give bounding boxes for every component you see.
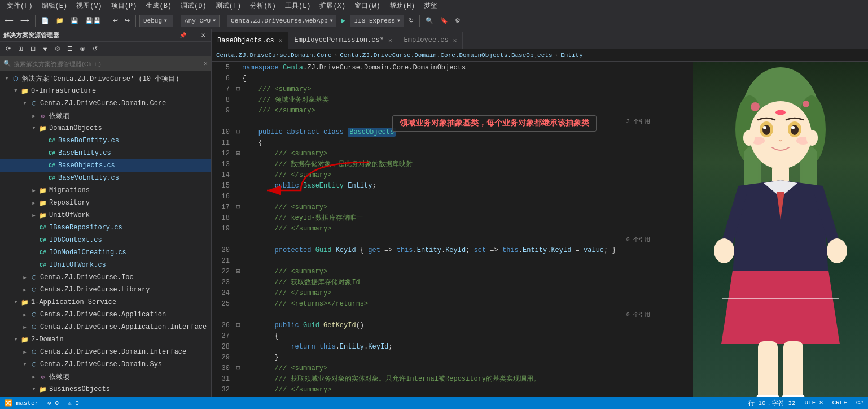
solution-root-item[interactable]: ▼ ⬡ 解决方案'Centa.ZJ.DriveCurse' (10 个项目) xyxy=(0,72,211,85)
fold-26[interactable]: ⊟ xyxy=(234,320,242,331)
menu-help[interactable]: 帮助(H) xyxy=(385,0,420,12)
bottom-errors[interactable]: ⊗ 0 xyxy=(47,399,59,407)
solution-expand-icon[interactable]: ▼ xyxy=(2,74,11,83)
se-refresh-btn[interactable]: ↺ xyxy=(89,43,100,55)
fold-10[interactable]: ⊟ xyxy=(234,127,242,138)
se-view-btn[interactable]: ☰ xyxy=(64,43,76,55)
domain-core-project[interactable]: ▼ ⬡ Centa.ZJ.DriveCurse.Domain.Core xyxy=(0,97,211,110)
migrations-expand[interactable]: ▶ xyxy=(29,186,38,195)
vertical-scrollbar[interactable] xyxy=(860,62,868,397)
se-sync-btn[interactable]: ⟳ xyxy=(2,43,14,55)
unitofwork-expand[interactable]: ▶ xyxy=(29,211,38,220)
migrations-folder[interactable]: ▶ 📁 Migrations xyxy=(0,184,211,197)
domain-interface-expand[interactable]: ▶ xyxy=(20,347,29,356)
menu-project[interactable]: 项目(P) xyxy=(107,0,142,12)
deps2-expand[interactable]: ▶ xyxy=(29,372,38,381)
domain-expand[interactable]: ▼ xyxy=(11,335,20,344)
se-preview-btn[interactable]: 👁 xyxy=(77,43,88,55)
appservice-expand[interactable]: ▼ xyxy=(11,298,20,307)
menu-file[interactable]: 文件(F) xyxy=(2,0,37,12)
app-expand[interactable]: ▶ xyxy=(20,310,29,319)
menu-view[interactable]: 视图(V) xyxy=(72,0,107,12)
app-project[interactable]: ▶ ⬡ Centa.ZJ.DriveCurse.Application xyxy=(0,308,211,321)
tab-employeeperm[interactable]: EmployeePermission.cs* ✕ xyxy=(288,32,398,49)
breadcrumb-ns[interactable]: Centa.ZJ.DriveCurse.Domain.Core xyxy=(216,52,332,59)
se-expand-btn[interactable]: ⊞ xyxy=(15,43,26,55)
toolbar-misc3[interactable]: ⚙ xyxy=(453,14,463,28)
baseentity-file[interactable]: C# BaseEntity.cs xyxy=(0,147,211,159)
debug-config-dropdown[interactable]: Debug ▼ xyxy=(139,15,173,27)
menu-tools[interactable]: 工具(L) xyxy=(280,0,315,12)
se-props-btn[interactable]: ⚙ xyxy=(52,43,63,55)
panel-collapse-btn[interactable]: — xyxy=(188,31,198,40)
bizobjs-folder[interactable]: ▼ 📁 BusinessObjects xyxy=(0,383,211,395)
toolbar-misc2[interactable]: 🔖 xyxy=(438,14,450,28)
fold-12[interactable]: ⊟ xyxy=(234,149,242,159)
menu-edit[interactable]: 编辑(E) xyxy=(37,0,72,12)
toolbar-redo[interactable]: ↪ xyxy=(122,14,132,28)
basevo-file[interactable]: C# BaseVoEntity.cs xyxy=(0,172,211,184)
tab-employee-close[interactable]: ✕ xyxy=(453,37,457,44)
menu-build[interactable]: 生成(B) xyxy=(141,0,176,12)
unitofwork-folder[interactable]: ▶ 📁 UnitOfWork xyxy=(0,209,211,221)
menu-window[interactable]: 窗口(W) xyxy=(350,0,385,12)
breadcrumb-class-path[interactable]: Centa.ZJ.DriveCurse.Domain.Core.DomainOb… xyxy=(340,52,552,59)
bottom-branch[interactable]: 🔀 master xyxy=(5,399,38,407)
ioc-project[interactable]: ▶ ⬡ Centa.ZJ.DriveCurse.Ioc xyxy=(0,271,211,284)
domain-interface-project[interactable]: ▶ ⬡ Centa.ZJ.DriveCurse.Domain.Interface xyxy=(0,346,211,358)
appservice-folder[interactable]: ▼ 📁 1-Application Service xyxy=(0,296,211,308)
toolbar-new[interactable]: 📄 xyxy=(39,14,51,28)
se-filter-btn[interactable]: ▼ xyxy=(40,43,51,55)
deps2-item[interactable]: ▶ ⊕ 依赖项 xyxy=(0,371,211,383)
tab-baseobjects[interactable]: BaseObjects.cs ✕ xyxy=(212,32,288,49)
bottom-line-ending[interactable]: CRLF xyxy=(832,399,847,406)
toolbar-misc1[interactable]: 🔍 xyxy=(423,14,436,28)
toolbar-forward[interactable]: ⟶ xyxy=(18,14,32,28)
panel-close-btn[interactable]: ✕ xyxy=(199,31,208,40)
library-project[interactable]: ▶ ⬡ Centa.ZJ.DriveCurse.Library xyxy=(0,284,211,296)
refresh-btn[interactable]: ↻ xyxy=(406,14,416,28)
server-dropdown[interactable]: IIS Express ▼ xyxy=(350,15,404,27)
library-expand[interactable]: ▶ xyxy=(20,285,29,294)
panel-pin-btn[interactable]: 📌 xyxy=(178,31,187,40)
fold-17[interactable]: ⊟ xyxy=(234,202,242,213)
fold-22[interactable]: ⊟ xyxy=(234,267,242,277)
bizobjs-expand[interactable]: ▼ xyxy=(29,385,38,394)
toolbar-save-all[interactable]: 💾💾 xyxy=(83,14,103,28)
bottom-warnings[interactable]: ⚠ 0 xyxy=(68,399,79,407)
scrollbar-thumb[interactable] xyxy=(862,79,867,112)
tab-baseobjects-close[interactable]: ✕ xyxy=(279,37,283,44)
repository-folder[interactable]: ▶ 📁 Repository xyxy=(0,197,211,209)
domainobjs-expand[interactable]: ▼ xyxy=(29,124,38,133)
menu-analyze[interactable]: 分析(N) xyxy=(246,0,280,12)
fold-7[interactable]: ⊟ xyxy=(234,84,242,95)
repository-expand[interactable]: ▶ xyxy=(29,198,38,207)
app-interface-expand[interactable]: ▶ xyxy=(20,323,29,332)
tab-employee[interactable]: Employee.cs ✕ xyxy=(398,32,463,49)
menu-custom[interactable]: 梦玺 xyxy=(419,0,442,12)
toolbar-save[interactable]: 💾 xyxy=(68,14,81,28)
ibaserepo-file[interactable]: C# IBaseRepository.cs xyxy=(0,221,211,234)
domain-core-expand[interactable]: ▼ xyxy=(20,99,29,108)
tab-employeeperm-close[interactable]: ✕ xyxy=(388,37,392,44)
fold-30[interactable]: ⊟ xyxy=(234,363,242,374)
domain-folder[interactable]: ▼ 📁 2-Domain xyxy=(0,333,211,346)
start-debug-btn[interactable]: ▶ xyxy=(339,14,348,28)
domainobjs-folder[interactable]: ▼ 📁 DomainObjects xyxy=(0,122,211,134)
ioc-expand[interactable]: ▶ xyxy=(20,273,29,282)
app-interface-project[interactable]: ▶ ⬡ Centa.ZJ.DriveCurse.Application.Inte… xyxy=(0,321,211,333)
iunitofwork-file[interactable]: C# IUnitOfWork.cs xyxy=(0,259,211,271)
menu-test[interactable]: 测试(T) xyxy=(211,0,246,12)
ionmodel-file[interactable]: C# IOnModelCreating.cs xyxy=(0,246,211,259)
menu-debug[interactable]: 调试(D) xyxy=(176,0,211,12)
bottom-lang[interactable]: C# xyxy=(856,399,863,406)
toolbar-back[interactable]: ⟵ xyxy=(2,14,16,28)
baseobjects-file[interactable]: C# BaseObjects.cs xyxy=(0,159,211,172)
se-search-input[interactable] xyxy=(14,60,204,67)
menu-extensions[interactable]: 扩展(X) xyxy=(315,0,350,12)
idbcontext-file[interactable]: C# IDbContext.cs xyxy=(0,234,211,246)
project-dropdown[interactable]: Centa.ZJ.DriveCurse.WebApp ▼ xyxy=(227,15,336,27)
infra-expand[interactable]: ▼ xyxy=(11,86,20,95)
se-collapse-btn[interactable]: ⊟ xyxy=(27,43,38,55)
infra-folder[interactable]: ▼ 📁 0-Infrastructure xyxy=(0,85,211,97)
